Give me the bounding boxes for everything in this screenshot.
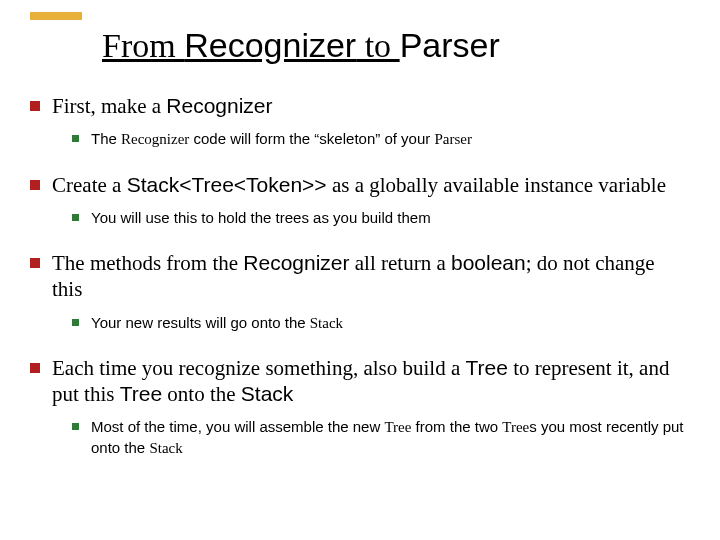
sub-list: You will use this to hold the trees as y…: [72, 208, 690, 228]
sub-list-item-text: You will use this to hold the trees as y…: [91, 208, 431, 228]
code-span: Stack: [310, 315, 343, 331]
code-span: Recognizer: [166, 94, 272, 117]
square-bullet-icon: [30, 180, 40, 190]
text-span: The methods from the: [52, 251, 243, 275]
sub-list-item: The Recognizer code will form the “skele…: [72, 129, 690, 149]
code-span: Stack: [241, 382, 294, 405]
text-span: onto the: [162, 382, 241, 406]
text-span: Each time you recognize something, also …: [52, 356, 465, 380]
square-bullet-icon: [72, 319, 79, 326]
code-span: Tree: [502, 419, 529, 435]
code-span: Tree: [384, 419, 411, 435]
list-item-text: The methods from the Recognizer all retu…: [52, 250, 690, 303]
square-bullet-icon: [30, 363, 40, 373]
code-span: Parser: [434, 131, 472, 147]
text-span: First, make a: [52, 94, 166, 118]
bullet-list: First, make a RecognizerThe Recognizer c…: [30, 93, 690, 458]
square-bullet-icon: [30, 101, 40, 111]
square-bullet-icon: [72, 135, 79, 142]
code-span: Tree: [120, 382, 162, 405]
sub-list-item-text: Your new results will go onto the Stack: [91, 313, 343, 333]
sub-list: The Recognizer code will form the “skele…: [72, 129, 690, 149]
square-bullet-icon: [72, 423, 79, 430]
code-span: boolean: [451, 251, 526, 274]
sub-list: Most of the time, you will assemble the …: [72, 417, 690, 458]
list-item: Create a Stack<Tree<Token>> as a globall…: [30, 172, 690, 229]
text-span: Create a: [52, 173, 127, 197]
sub-list-item-text: The Recognizer code will form the “skele…: [91, 129, 472, 149]
text-span: You will use this to hold the trees as y…: [91, 209, 431, 226]
square-bullet-icon: [30, 258, 40, 268]
code-span: Recognizer: [121, 131, 189, 147]
title-mid: to: [356, 27, 399, 64]
code-span: Recognizer: [243, 251, 349, 274]
text-span: as a globally available instance variabl…: [327, 173, 666, 197]
code-span: Stack<Tree<Token>>: [127, 173, 327, 196]
code-span: Tree: [465, 356, 507, 379]
sub-list-item: You will use this to hold the trees as y…: [72, 208, 690, 228]
title-code1: Recognizer: [184, 26, 356, 64]
text-span: The: [91, 130, 121, 147]
text-span: from the two: [411, 418, 502, 435]
list-item: The methods from the Recognizer all retu…: [30, 250, 690, 333]
sub-list-item-text: Most of the time, you will assemble the …: [91, 417, 690, 458]
text-span: all return a: [350, 251, 451, 275]
title-pre: From: [102, 27, 184, 64]
sub-list-item: Your new results will go onto the Stack: [72, 313, 690, 333]
text-span: code will form the “skeleton” of your: [189, 130, 434, 147]
accent-bar: [30, 12, 82, 20]
slide-title: From Recognizer to Parser: [102, 26, 690, 65]
square-bullet-icon: [72, 214, 79, 221]
sub-list-item: Most of the time, you will assemble the …: [72, 417, 690, 458]
sub-list: Your new results will go onto the Stack: [72, 313, 690, 333]
text-span: Your new results will go onto the: [91, 314, 310, 331]
title-code2: Parser: [400, 26, 500, 64]
list-item-text: Create a Stack<Tree<Token>> as a globall…: [52, 172, 666, 198]
text-span: Most of the time, you will assemble the …: [91, 418, 384, 435]
list-item: First, make a RecognizerThe Recognizer c…: [30, 93, 690, 150]
code-span: Stack: [149, 440, 182, 456]
list-item-text: Each time you recognize something, also …: [52, 355, 690, 408]
list-item-text: First, make a Recognizer: [52, 93, 273, 119]
list-item: Each time you recognize something, also …: [30, 355, 690, 458]
